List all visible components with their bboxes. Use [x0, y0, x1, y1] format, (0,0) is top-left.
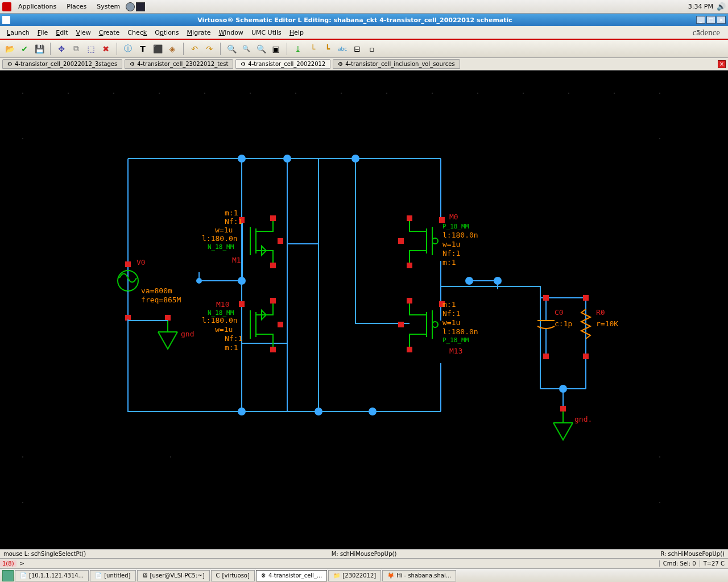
copy-icon[interactable]: ⧉ — [70, 43, 82, 55]
text-icon[interactable]: T — [136, 43, 149, 55]
volume-icon[interactable]: 🔊 — [717, 2, 726, 11]
close-button[interactable]: × — [717, 16, 726, 24]
properties-icon[interactable]: ⓘ — [122, 43, 134, 55]
svg-point-10 — [477, 93, 478, 94]
menubar: Launch File Edit View Create Check Optio… — [0, 26, 728, 40]
menu-create[interactable]: Create — [96, 27, 123, 38]
svg-text:m:1: m:1 — [442, 258, 456, 267]
menu-edit[interactable]: Edit — [52, 27, 71, 38]
menu-launch[interactable]: Launch — [3, 27, 33, 38]
svg-text:l:180.0n: l:180.0n — [442, 327, 478, 336]
svg-point-86 — [238, 277, 246, 285]
svg-rect-78 — [583, 354, 589, 359]
task-5[interactable]: 📁 [23022012] — [328, 570, 381, 581]
wire-icon[interactable]: └ — [307, 43, 319, 55]
voltage-source-v0[interactable]: V0 va=800m freq=865M — [118, 258, 181, 321]
task-4[interactable]: ⚙ 4-transistor_cell_... — [256, 570, 328, 581]
task-6[interactable]: 🦊 Hi - shabana.shai... — [382, 570, 456, 581]
hierarchy-down-icon[interactable]: ⤓ — [292, 43, 304, 55]
stretch-icon[interactable]: ⬚ — [85, 43, 97, 55]
svg-rect-42 — [270, 347, 276, 352]
open-icon[interactable]: 📂 — [3, 43, 16, 55]
save-icon[interactable]: 💾 — [33, 43, 46, 55]
show-desktop-button[interactable] — [2, 570, 14, 581]
task-3[interactable]: C [virtuoso] — [211, 570, 255, 581]
zoom-select-icon[interactable]: ▣ — [270, 43, 282, 55]
delete-icon[interactable]: ✖ — [100, 43, 112, 55]
svg-rect-40 — [239, 301, 245, 307]
svg-text:C0: C0 — [555, 308, 564, 317]
svg-point-2 — [113, 93, 114, 94]
move-icon[interactable]: ✥ — [55, 43, 68, 55]
menu-umc[interactable]: UMC Utils — [248, 27, 285, 38]
tab-1[interactable]: ⚙ 4-transistor_cell_23022012_test — [125, 59, 233, 69]
zoom-out-icon[interactable]: 🔍 — [240, 43, 253, 55]
svg-text:V0: V0 — [136, 258, 146, 267]
pin-icon[interactable]: ◈ — [166, 43, 179, 55]
menu-window[interactable]: Window — [215, 27, 246, 38]
zoom-fit-icon[interactable]: 🔍 — [255, 43, 267, 55]
tab-2[interactable]: ⚙ 4-transistor_cell_20022012 — [235, 59, 330, 69]
svg-rect-81 — [560, 406, 566, 411]
transistor-m0[interactable]: M0 P_18_MM l:180.0n w=1u Nf:1 m:1 — [398, 213, 478, 268]
svg-text:freq=865M: freq=865M — [141, 296, 181, 304]
globe-icon[interactable] — [126, 2, 135, 11]
system-menu[interactable]: System — [92, 2, 125, 11]
tab-0[interactable]: ⚙ 4-transistor_cell_20022012_3stages — [2, 59, 122, 69]
minimize-button[interactable]: _ — [696, 16, 705, 24]
svg-text:P_18_MM: P_18_MM — [442, 223, 469, 230]
svg-point-93 — [559, 385, 567, 393]
tab-3[interactable]: ⚙ 4-transistor_cell_inclusion_vol_source… — [333, 59, 460, 69]
task-1[interactable]: 📄 [untitled] — [90, 570, 135, 581]
clock[interactable]: 3:34 PM — [688, 3, 713, 10]
gnd-right[interactable]: gnd. — [553, 406, 592, 440]
wide-wire-icon[interactable]: ┗ — [321, 43, 334, 55]
menu-migrate[interactable]: Migrate — [184, 27, 214, 38]
mouse-left-hint: mouse L: schSingleSelectPt() — [3, 551, 86, 557]
svg-point-3 — [159, 93, 160, 94]
capacitor-c0[interactable]: C0 c:1p — [537, 295, 572, 359]
undo-icon[interactable]: ↶ — [188, 43, 201, 55]
svg-point-7 — [341, 93, 342, 94]
document-tabs: ⚙ 4-transistor_cell_20022012_3stages ⚙ 4… — [0, 58, 728, 70]
menu-check[interactable]: Check — [124, 27, 150, 38]
transistor-m10[interactable]: M10 N_18_MM l:180.0n w=1u Nf:1 m:1 — [202, 298, 283, 352]
menu-help[interactable]: Help — [286, 27, 307, 38]
redo-icon[interactable]: ↷ — [203, 43, 216, 55]
schematic-svg: V0 va=800m freq=865M gnd — [0, 70, 728, 537]
redhat-icon — [2, 2, 11, 11]
label-icon[interactable]: abc — [336, 43, 349, 55]
svg-text:M1: M1 — [232, 256, 241, 264]
svg-point-14 — [659, 93, 660, 94]
transistor-m13[interactable]: m:1 Nf:1 w=1u l:180.0n P_18_MM M13 — [398, 298, 478, 355]
applications-menu[interactable]: Applications — [14, 2, 61, 11]
titlebar[interactable]: Virtuoso® Schematic Editor L Editing: sh… — [0, 14, 728, 26]
close-tab-button[interactable]: × — [718, 60, 726, 68]
svg-rect-65 — [398, 322, 404, 327]
svg-rect-43 — [278, 322, 283, 327]
zoom-in-icon[interactable]: 🔍 — [225, 43, 238, 55]
task-2[interactable]: 🖥 [user@VLSI-PC5:~] — [137, 570, 210, 581]
svg-point-15 — [22, 138, 23, 139]
menu-options[interactable]: Options — [151, 27, 182, 38]
maximize-button[interactable]: □ — [706, 16, 715, 24]
svg-text:M0: M0 — [449, 213, 458, 221]
svg-point-20 — [22, 502, 23, 503]
svg-rect-73 — [543, 295, 549, 301]
places-menu[interactable]: Places — [62, 2, 91, 11]
svg-rect-54 — [398, 238, 404, 244]
instance-icon[interactable]: ⬛ — [151, 43, 164, 55]
schematic-canvas[interactable]: V0 va=800m freq=865M gnd — [0, 70, 728, 549]
check-save-icon[interactable]: ✔ — [18, 43, 31, 55]
mouse-right-hint: R: schHiMousePopUp() — [660, 551, 725, 557]
menu-file[interactable]: File — [34, 27, 51, 38]
cmd-prompt[interactable]: > — [16, 560, 28, 567]
menu-view[interactable]: View — [73, 27, 94, 38]
task-0[interactable]: 📄 [10.1.1.121.4314... — [15, 570, 89, 581]
terminal-launcher-icon[interactable] — [136, 2, 145, 11]
net-icon[interactable]: ⊟ — [351, 43, 363, 55]
svg-point-88 — [465, 277, 473, 285]
descend-icon[interactable]: ▫ — [366, 43, 378, 55]
resistor-r0[interactable]: R0 r=10K — [581, 295, 618, 359]
svg-point-16 — [659, 138, 660, 139]
